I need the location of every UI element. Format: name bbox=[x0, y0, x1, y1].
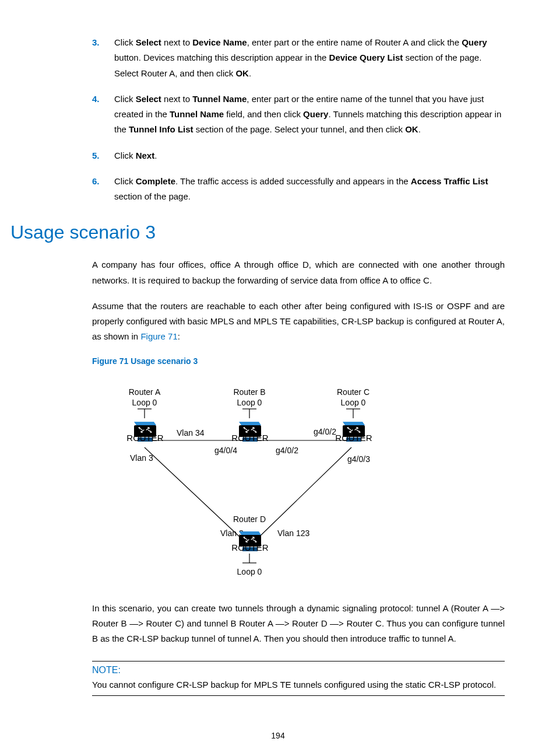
label-vlan123: Vlan 123 bbox=[277, 528, 309, 538]
label-g402: g4/0/2 bbox=[276, 446, 298, 455]
label-loop-b: Loop 0 bbox=[237, 398, 262, 407]
bold-text: Next bbox=[136, 150, 155, 160]
bold-text: Select bbox=[136, 94, 161, 104]
text: . bbox=[418, 124, 421, 134]
label-router-d: Router D bbox=[233, 514, 266, 524]
label-vlan34: Vlan 34 bbox=[177, 428, 205, 438]
step-body: Click Select next to Tunnel Name, enter … bbox=[114, 92, 505, 138]
figure-link[interactable]: Figure 71 bbox=[140, 331, 177, 341]
step-item: 3.Click Select next to Device Name, ente… bbox=[92, 35, 505, 81]
step-body: Click Complete. The traffic access is ad… bbox=[114, 174, 505, 205]
section-heading: Usage scenario 3 bbox=[10, 222, 505, 243]
svg-line-6 bbox=[258, 447, 351, 538]
text: button. Devices matching this descriptio… bbox=[114, 52, 329, 62]
label-loop-d: Loop 0 bbox=[237, 567, 262, 576]
bold-text: OK bbox=[405, 124, 418, 134]
bold-text: Tunnel Info List bbox=[129, 124, 193, 134]
step-body: Click Select next to Device Name, enter … bbox=[114, 35, 505, 81]
text: Click bbox=[114, 150, 136, 160]
paragraph: Assume that the routers are reachable to… bbox=[92, 299, 505, 345]
bold-text: Access Traffic List bbox=[411, 176, 488, 186]
router-a-icon bbox=[126, 422, 164, 443]
text: . bbox=[154, 150, 157, 160]
bold-text: OK bbox=[235, 68, 249, 78]
label-loop-c: Loop 0 bbox=[341, 398, 366, 407]
label-router-b: Router B bbox=[233, 387, 265, 397]
divider bbox=[92, 661, 505, 662]
divider bbox=[92, 695, 505, 696]
step-number: 3. bbox=[92, 35, 114, 81]
label-g403: g4/0/3 bbox=[347, 454, 370, 464]
page-number: 194 bbox=[51, 731, 505, 740]
text: : bbox=[178, 331, 180, 341]
router-b-icon bbox=[231, 422, 269, 443]
text: Click bbox=[114, 37, 136, 47]
step-list: 3.Click Select next to Device Name, ente… bbox=[92, 35, 505, 204]
step-number: 4. bbox=[92, 92, 114, 138]
label-router-c: Router C bbox=[337, 387, 370, 397]
text: . The traffic access is added successful… bbox=[175, 176, 411, 186]
bold-text: Tunnel Name bbox=[192, 94, 247, 104]
label-g404: g4/0/4 bbox=[214, 446, 237, 455]
label-vlan3-a: Vlan 3 bbox=[130, 453, 153, 463]
text: Click bbox=[114, 176, 136, 186]
router-c-icon bbox=[335, 422, 372, 443]
bold-text: Complete bbox=[136, 176, 175, 186]
paragraph: In this scenario, you can create two tun… bbox=[92, 601, 505, 647]
step-item: 4.Click Select next to Tunnel Name, ente… bbox=[92, 92, 505, 138]
step-item: 5.Click Next. bbox=[92, 148, 505, 163]
label-router-a: Router A bbox=[129, 387, 161, 397]
text: next to bbox=[161, 37, 192, 47]
svg-line-5 bbox=[145, 447, 241, 538]
bold-text: Query bbox=[462, 37, 487, 47]
text: . bbox=[249, 68, 251, 78]
step-number: 5. bbox=[92, 148, 114, 163]
bold-text: Query bbox=[303, 109, 328, 119]
figure-diagram: ROUTER Router A Loop 0 Vlan 34 Vlan 3 Ro… bbox=[104, 383, 505, 583]
text: Click bbox=[114, 94, 136, 104]
figure-caption: Figure 71 Usage scenario 3 bbox=[92, 356, 505, 366]
label-g402b: g4/0/2 bbox=[314, 427, 336, 436]
text: field, and then click bbox=[224, 109, 303, 119]
bold-text: Device Query List bbox=[329, 52, 403, 62]
text: section of the page. Select your tunnel,… bbox=[193, 124, 406, 134]
note-body: You cannot configure CR-LSP backup for M… bbox=[92, 678, 505, 692]
bold-text: Tunnel Name bbox=[170, 109, 224, 119]
text: section of the page. bbox=[114, 191, 191, 201]
bold-text: Device Name bbox=[192, 37, 247, 47]
step-number: 6. bbox=[92, 174, 114, 205]
note-label: NOTE: bbox=[92, 665, 505, 676]
step-body: Click Next. bbox=[114, 148, 505, 163]
text: , enter part or the entire name of Route… bbox=[247, 37, 462, 47]
bold-text: Select bbox=[136, 37, 161, 47]
step-item: 6.Click Complete. The traffic access is … bbox=[92, 174, 505, 205]
note-block: NOTE: You cannot configure CR-LSP backup… bbox=[92, 661, 505, 696]
label-loop-a: Loop 0 bbox=[132, 398, 157, 407]
text: next to bbox=[161, 94, 192, 104]
paragraph: A company has four offices, office A thr… bbox=[92, 257, 505, 288]
